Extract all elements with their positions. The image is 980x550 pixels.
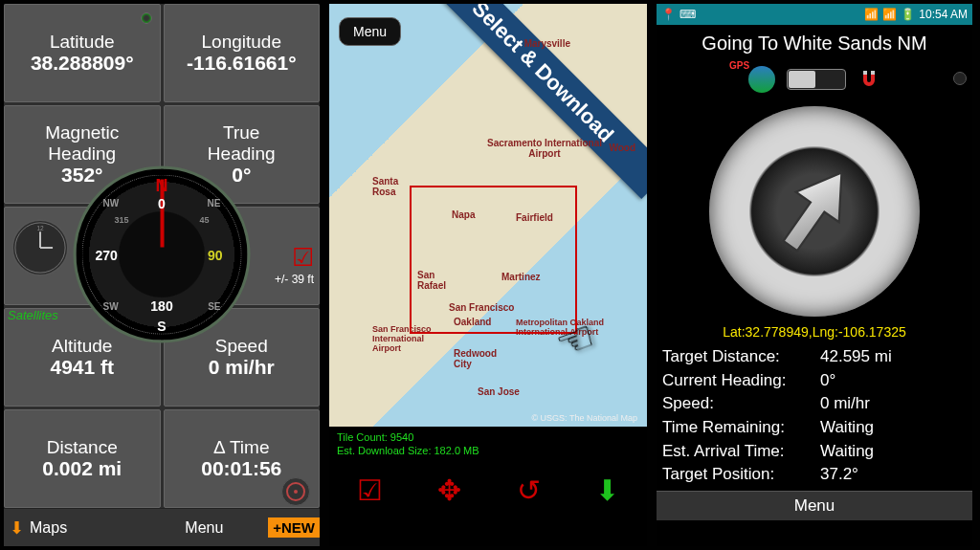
- steering-wheel-icon[interactable]: [281, 477, 310, 506]
- menu-button[interactable]: Menu: [339, 17, 401, 46]
- city-santarosa: Santa Rosa: [372, 176, 398, 197]
- svg-point-5: [294, 490, 298, 494]
- speed-value: 0 mi/hr: [209, 356, 275, 379]
- compass-270: 270: [96, 247, 118, 262]
- svg-rect-7: [871, 71, 875, 75]
- magnet-icon[interactable]: [858, 68, 880, 91]
- compass[interactable]: N S 90 270 0 180 NW NE SW SE 315 45: [74, 166, 251, 343]
- nav-stats: Target Distance:42.595 mi Current Headin…: [657, 343, 972, 491]
- city-sanjose: San Jose: [478, 386, 520, 397]
- true-heading-label: True Heading: [208, 122, 276, 165]
- destination-title: Going To White Sands NM: [657, 25, 972, 62]
- compass-0: 0: [158, 196, 166, 211]
- accuracy-check-icon: ☑: [275, 243, 314, 273]
- compass-180: 180: [150, 298, 172, 314]
- map-canvas[interactable]: Menu Select & Download Marysville Wood S…: [329, 4, 647, 463]
- battery-icon: 🔋: [901, 8, 915, 21]
- accuracy-block[interactable]: ☑ +/- 39 ft: [275, 243, 314, 286]
- city-marysville: Marysville: [524, 38, 570, 49]
- led-indicator: [141, 12, 152, 24]
- row-current-heading: Current Heading:0°: [662, 369, 967, 393]
- compass-se: SE: [208, 301, 220, 312]
- menu-button[interactable]: Menu: [141, 519, 269, 537]
- dtime-value: 00:01:56: [201, 457, 281, 480]
- compass-s: S: [157, 319, 166, 334]
- row-time-remaining: Time Remaining:Waiting: [662, 416, 967, 440]
- compass-90: 90: [208, 247, 223, 262]
- mode-toggle[interactable]: [787, 69, 846, 90]
- accuracy-value: +/- 39 ft: [275, 273, 314, 286]
- maps-button[interactable]: Maps: [30, 519, 141, 537]
- compass-45: 45: [199, 215, 209, 225]
- map-footer: Tile Count: 9540 Est. Download Size: 182…: [329, 427, 647, 463]
- status-bar: 📍 ⌨ 📶 📶 🔋 10:54 AM: [657, 4, 972, 25]
- download-arrow-icon[interactable]: ⬇: [4, 517, 30, 539]
- cell-distance[interactable]: Distance 0.002 mi: [4, 409, 161, 508]
- row-speed: Speed:0 mi/hr: [662, 392, 967, 416]
- distance-label: Distance: [47, 437, 118, 458]
- cell-longitude[interactable]: Longitude -116.61661°: [164, 4, 321, 102]
- city-redwood: Redwood City: [454, 348, 497, 369]
- menu-button[interactable]: Menu: [657, 491, 972, 520]
- download-size: Est. Download Size: 182.0 MB: [337, 444, 639, 457]
- longitude-value: -116.61661°: [187, 52, 297, 75]
- analog-clock-icon[interactable]: 12: [11, 219, 69, 276]
- new-button[interactable]: +NEW: [268, 517, 320, 538]
- globe-icon[interactable]: [748, 66, 775, 93]
- led-indicator: [953, 72, 967, 85]
- latlng-readout: Lat:32.778949,Lng:-106.17325: [657, 320, 972, 343]
- navigation-screen: 📍 ⌨ 📶 📶 🔋 10:54 AM Going To White Sands …: [657, 4, 972, 546]
- row-target-position: Target Position:37.2°: [662, 463, 967, 487]
- compass-n: N: [156, 176, 168, 196]
- gps-label: GPS: [729, 60, 749, 71]
- latitude-label: Latitude: [50, 32, 115, 53]
- airport-sacramento: Sacramento International Airport: [487, 138, 602, 159]
- direction-arrow-icon: [741, 138, 887, 284]
- latitude-value: 38.288809°: [31, 52, 134, 75]
- row-target-distance: Target Distance:42.595 mi: [662, 345, 967, 369]
- selection-box[interactable]: ☜: [410, 186, 577, 334]
- row-eta: Est. Arrival Time:Waiting: [662, 440, 967, 464]
- map-attribution: © USGS: The National Map: [531, 413, 637, 423]
- altitude-value: 4941 ft: [50, 356, 114, 379]
- status-time: 10:54 AM: [919, 8, 968, 21]
- signal-icon: 📶: [882, 8, 897, 21]
- select-icon[interactable]: ☑: [357, 473, 383, 507]
- undo-icon[interactable]: ↺: [517, 473, 541, 507]
- cell-latitude[interactable]: Latitude 38.288809°: [4, 4, 161, 102]
- map-download-screen: Menu Select & Download Marysville Wood S…: [329, 4, 647, 546]
- location-icon: 📍: [661, 8, 676, 21]
- move-icon[interactable]: ✥: [437, 473, 461, 507]
- compass-sw: SW: [103, 301, 119, 312]
- distance-value: 0.002 mi: [42, 457, 122, 480]
- longitude-label: Longitude: [202, 32, 281, 53]
- satellites-label[interactable]: Satellites: [8, 308, 58, 322]
- compass-nw: NW: [103, 198, 120, 209]
- compass-ne: NE: [208, 198, 221, 209]
- direction-compass[interactable]: [709, 106, 920, 317]
- mode-icons: GPS: [657, 62, 972, 97]
- wifi-icon: 📶: [864, 8, 879, 21]
- keyboard-icon: ⌨: [679, 8, 696, 21]
- gps-dashboard-screen: Latitude 38.288809° Longitude -116.61661…: [4, 4, 320, 546]
- svg-text:12: 12: [36, 225, 44, 231]
- select-download-ribbon: Select & Download: [415, 4, 647, 199]
- compass-315: 315: [115, 215, 129, 225]
- tile-count: Tile Count: 9540: [337, 430, 639, 444]
- toolbar: ☑ ✥ ↺ ⬇: [329, 463, 647, 516]
- mag-heading-label: Magnetic Heading: [45, 122, 119, 165]
- svg-rect-6: [863, 71, 867, 75]
- dtime-label: Δ Time: [213, 437, 269, 458]
- bottom-bar: ⬇ Maps Menu +NEW: [4, 508, 320, 546]
- download-icon[interactable]: ⬇: [595, 473, 619, 507]
- city-woodland: Wood: [609, 143, 635, 153]
